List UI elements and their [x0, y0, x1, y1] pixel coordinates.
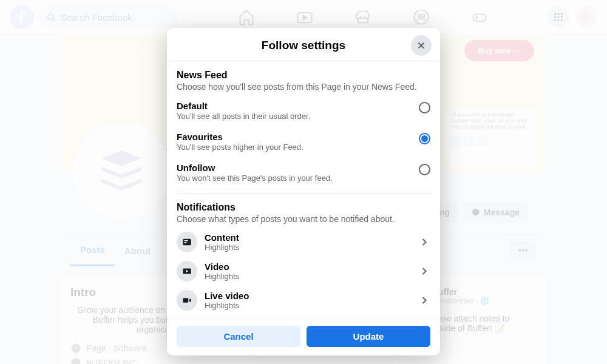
modal-header: Follow settings [167, 28, 440, 61]
option-label: Default [177, 101, 419, 111]
chevron-right-icon [418, 265, 430, 277]
modal-title: Follow settings [167, 39, 440, 52]
option-desc: You'll see posts higher in your Feed. [177, 143, 419, 152]
notif-label: Live video [205, 291, 418, 301]
close-button[interactable] [411, 35, 432, 56]
newsfeed-sub: Choose how you'll see posts from this Pa… [177, 82, 430, 92]
newsfeed-option-unfollow[interactable]: Unfollow You won't see this Page's posts… [177, 157, 430, 188]
live-icon [177, 290, 197, 311]
notif-desc: Highlights [205, 301, 418, 310]
notifications-sub: Choose what types of posts you want to b… [177, 214, 430, 224]
notif-label: Video [205, 261, 418, 272]
modal-footer: Cancel Update [167, 318, 440, 356]
option-desc: You'll see all posts in their usual orde… [177, 112, 419, 121]
svg-rect-22 [185, 240, 188, 241]
notifications-heading: Notifications [177, 202, 430, 213]
cancel-button[interactable]: Cancel [177, 326, 300, 347]
option-label: Favourites [177, 132, 419, 142]
divider [177, 193, 430, 194]
chevron-right-icon [418, 294, 430, 306]
svg-rect-25 [183, 298, 188, 303]
modal-overlay[interactable]: Follow settings News Feed Choose how you… [0, 0, 607, 364]
notification-content[interactable]: Content Highlights [177, 228, 430, 257]
notif-desc: Highlights [205, 272, 418, 281]
option-label: Unfollow [177, 163, 419, 173]
content-icon [177, 232, 197, 252]
close-icon [416, 40, 427, 51]
radio-icon [419, 102, 430, 113]
follow-settings-modal: Follow settings News Feed Choose how you… [167, 28, 440, 356]
svg-rect-21 [183, 239, 191, 246]
video-icon [177, 261, 197, 281]
notif-desc: Highlights [205, 243, 418, 252]
radio-icon [419, 164, 430, 175]
newsfeed-option-default[interactable]: Default You'll see all posts in their us… [177, 95, 430, 126]
modal-body: News Feed Choose how you'll see posts fr… [167, 61, 440, 318]
newsfeed-heading: News Feed [177, 70, 430, 81]
notif-label: Content [205, 232, 418, 243]
update-button[interactable]: Update [307, 326, 430, 347]
svg-rect-23 [185, 242, 187, 243]
notification-live-video[interactable]: Live video Highlights [177, 286, 430, 315]
newsfeed-option-favourites[interactable]: Favourites You'll see posts higher in yo… [177, 126, 430, 157]
radio-icon [419, 133, 430, 144]
notification-video[interactable]: Video Highlights [177, 257, 430, 286]
option-desc: You won't see this Page's posts in your … [177, 174, 419, 183]
chevron-right-icon [418, 236, 430, 248]
